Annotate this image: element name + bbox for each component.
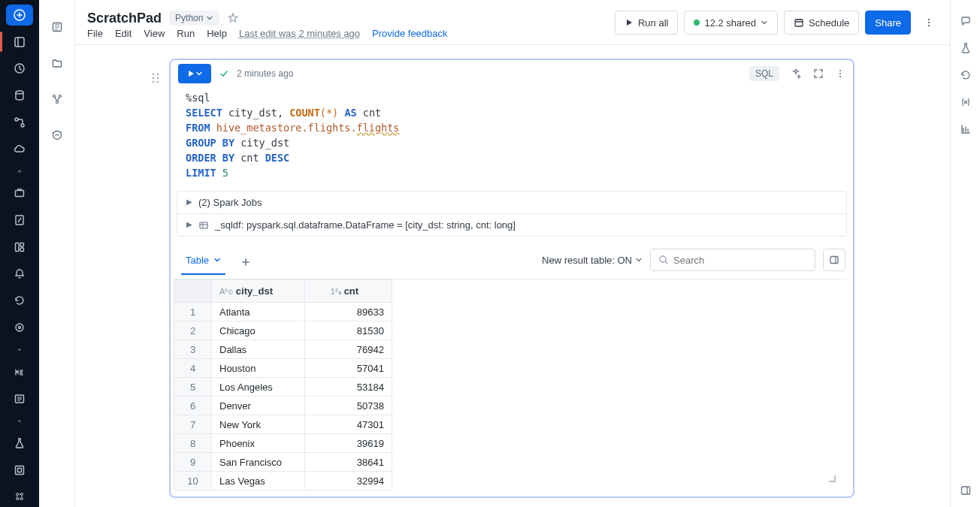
table-row[interactable]: 10Las Vegas32994 — [174, 472, 392, 490]
ai-assist-icon[interactable] — [790, 68, 802, 80]
row-number: 1 — [174, 303, 212, 321]
feedback-link[interactable]: Provide feedback — [372, 28, 447, 39]
svg-point-4 — [15, 118, 18, 121]
language-label: Python — [175, 13, 203, 23]
queries-icon[interactable] — [6, 388, 33, 409]
cell-cnt: 53184 — [305, 378, 392, 397]
table-row[interactable]: 6Denver50738 — [174, 397, 392, 415]
sql-icon[interactable] — [6, 361, 33, 382]
new-button[interactable] — [6, 5, 33, 26]
result-search-input[interactable] — [673, 255, 807, 266]
language-selector[interactable]: Python — [169, 11, 219, 26]
table-row[interactable]: 4Houston57041 — [174, 359, 392, 378]
folder-icon[interactable] — [45, 51, 69, 75]
new-result-table-toggle[interactable]: New result table: ON — [542, 255, 643, 266]
share-button[interactable]: Share — [865, 11, 911, 35]
svg-rect-15 — [18, 468, 22, 472]
feature-store-icon[interactable] — [6, 486, 33, 507]
menu-view[interactable]: View — [144, 28, 165, 39]
cluster-selector[interactable]: 12.2 shared — [684, 11, 778, 35]
result-layout-button[interactable] — [823, 249, 845, 271]
nav-separator — [18, 170, 21, 172]
alerts-icon[interactable] — [6, 264, 33, 285]
svg-rect-8 — [16, 243, 20, 251]
code-editor[interactable]: %sql SELECT city_dst, COUNT(*) AS cnt FR… — [171, 87, 853, 191]
data-icon[interactable] — [6, 85, 33, 106]
lineage-icon[interactable] — [45, 87, 69, 111]
chevron-down-icon — [213, 256, 221, 264]
variables-icon[interactable] — [960, 96, 972, 108]
menu-file[interactable]: File — [87, 28, 103, 39]
more-menu-button[interactable] — [917, 11, 941, 35]
table-row[interactable]: 5Los Angeles53184 — [174, 378, 392, 397]
mlflow-icon[interactable] — [960, 42, 972, 54]
cell-cnt: 47301 — [305, 415, 392, 434]
table-row[interactable]: 3Dallas76942 — [174, 340, 392, 359]
svg-point-26 — [928, 19, 930, 20]
menu-help[interactable]: Help — [207, 28, 227, 39]
notebook-side-panel — [39, 0, 75, 507]
cell-cnt: 32994 — [305, 472, 392, 490]
schedule-label: Schedule — [809, 17, 849, 29]
cell-language-pill[interactable]: SQL — [749, 66, 779, 81]
row-number: 5 — [174, 378, 212, 397]
cloud-icon[interactable] — [6, 138, 33, 159]
jobs-icon[interactable] — [6, 183, 33, 204]
comments-icon[interactable] — [960, 15, 972, 27]
cell-menu-icon[interactable] — [835, 68, 845, 79]
table-row[interactable]: 9San Francisco38641 — [174, 453, 392, 472]
add-result-tab[interactable] — [236, 252, 256, 272]
toc-icon[interactable] — [45, 15, 69, 39]
table-mini-icon — [198, 220, 209, 231]
table-resize-handle[interactable] — [827, 474, 836, 483]
notebook-title[interactable]: ScratchPad — [87, 11, 162, 26]
cell-cnt: 57041 — [305, 359, 392, 378]
row-number-header[interactable] — [174, 280, 212, 303]
expand-cell-icon[interactable] — [812, 68, 824, 80]
result-tab-table[interactable]: Table — [181, 250, 225, 275]
cell-drag-handle[interactable] — [151, 72, 160, 84]
table-row[interactable]: 2Chicago81530 — [174, 321, 392, 340]
cell-city: Phoenix — [212, 434, 305, 453]
svg-point-16 — [17, 493, 19, 496]
panel-right-icon — [829, 255, 839, 265]
svg-point-32 — [157, 77, 159, 79]
assistant-icon[interactable] — [45, 123, 69, 147]
table-row[interactable]: 8Phoenix39619 — [174, 434, 392, 453]
recents-icon[interactable] — [6, 58, 33, 79]
table-row[interactable]: 1Atlanta89633 — [174, 303, 392, 321]
spark-jobs-toggle[interactable]: ▶ (2) Spark Jobs — [177, 192, 846, 213]
cell-city: Atlanta — [212, 303, 305, 321]
column-header-city[interactable]: Aᵇccity_dst — [212, 280, 305, 303]
cell-cnt: 50738 — [305, 397, 392, 415]
favorite-star-icon[interactable] — [227, 12, 239, 24]
cell-city: San Francisco — [212, 453, 305, 472]
result-search[interactable] — [650, 249, 815, 271]
cell-run-button[interactable] — [178, 64, 211, 83]
workflow-icon[interactable] — [6, 112, 33, 133]
dashboards-icon[interactable] — [6, 237, 33, 258]
menu-run[interactable]: Run — [177, 28, 195, 39]
compute-icon[interactable] — [6, 317, 33, 338]
experiments-icon[interactable] — [6, 433, 33, 454]
history-icon[interactable] — [6, 290, 33, 311]
cell-cnt: 81530 — [305, 321, 392, 340]
column-header-cnt[interactable]: 1²₃cnt — [305, 280, 392, 303]
runs-icon[interactable] — [6, 210, 33, 231]
last-edit-link[interactable]: Last edit was 2 minutes ago — [239, 28, 360, 39]
collapse-panel-icon[interactable] — [960, 484, 972, 496]
models-icon[interactable] — [6, 460, 33, 481]
chart-icon[interactable] — [960, 123, 972, 135]
revision-history-icon[interactable] — [960, 69, 972, 81]
schedule-button[interactable]: Schedule — [784, 11, 859, 35]
svg-point-37 — [839, 76, 841, 77]
menu-edit[interactable]: Edit — [115, 28, 132, 39]
cell-city: Los Angeles — [212, 378, 305, 397]
schema-toggle[interactable]: ▶ _sqldf: pyspark.sql.dataframe.DataFram… — [177, 213, 846, 236]
run-all-button[interactable]: Run all — [615, 11, 678, 35]
workspace-icon[interactable] — [6, 32, 33, 53]
svg-point-18 — [17, 498, 19, 500]
chevron-down-icon — [761, 19, 768, 26]
svg-rect-9 — [20, 243, 24, 246]
table-row[interactable]: 7New York47301 — [174, 415, 392, 434]
